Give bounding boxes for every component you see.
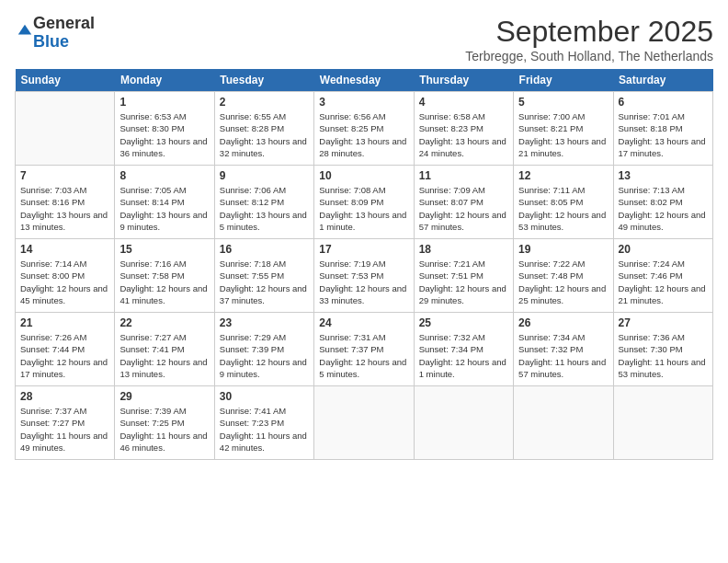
week-row-2: 7Sunrise: 7:03 AMSunset: 8:16 PMDaylight… [16,166,713,239]
calendar-cell [514,386,613,460]
calendar-cell: 16Sunrise: 7:18 AMSunset: 7:55 PMDayligh… [214,239,313,313]
week-row-1: 1Sunrise: 6:53 AMSunset: 8:30 PMDaylight… [16,92,713,166]
calendar-cell: 26Sunrise: 7:34 AMSunset: 7:32 PMDayligh… [514,313,613,386]
calendar-cell: 9Sunrise: 7:06 AMSunset: 8:12 PMDaylight… [214,166,313,239]
day-number: 1 [119,96,209,109]
day-number: 19 [518,243,608,256]
day-info: Sunrise: 7:00 AMSunset: 8:21 PMDaylight:… [518,110,608,159]
calendar-cell: 22Sunrise: 7:27 AMSunset: 7:41 PMDayligh… [115,313,214,386]
day-number: 26 [518,316,608,329]
calendar-cell [16,92,115,166]
calendar-header: SundayMondayTuesdayWednesdayThursdayFrid… [16,69,713,92]
day-number: 17 [319,243,408,256]
calendar-cell: 13Sunrise: 7:13 AMSunset: 8:02 PMDayligh… [613,166,712,239]
calendar-cell: 14Sunrise: 7:14 AMSunset: 8:00 PMDayligh… [16,239,115,313]
calendar-cell: 7Sunrise: 7:03 AMSunset: 8:16 PMDaylight… [16,166,115,239]
day-number: 21 [20,316,109,329]
day-info: Sunrise: 7:27 AMSunset: 7:41 PMDaylight:… [119,331,209,380]
day-number: 24 [319,316,408,329]
day-number: 7 [20,169,109,182]
day-info: Sunrise: 7:14 AMSunset: 8:00 PMDaylight:… [20,258,109,306]
weekday-header-row: SundayMondayTuesdayWednesdayThursdayFrid… [16,69,713,92]
day-info: Sunrise: 7:03 AMSunset: 8:16 PMDaylight:… [20,184,109,233]
day-number: 18 [419,243,508,256]
calendar-cell: 8Sunrise: 7:05 AMSunset: 8:14 PMDaylight… [115,166,214,239]
calendar-cell: 4Sunrise: 6:58 AMSunset: 8:23 PMDaylight… [414,92,513,166]
calendar-cell: 29Sunrise: 7:39 AMSunset: 7:25 PMDayligh… [115,386,214,460]
day-number: 25 [419,316,508,329]
logo-blue-text: Blue [33,32,69,51]
calendar-cell: 25Sunrise: 7:32 AMSunset: 7:34 PMDayligh… [414,313,513,386]
calendar-cell [414,386,513,460]
day-number: 4 [419,96,508,109]
calendar-body: 1Sunrise: 6:53 AMSunset: 8:30 PMDaylight… [16,92,713,460]
day-info: Sunrise: 7:24 AMSunset: 7:46 PMDaylight:… [619,258,708,306]
day-info: Sunrise: 7:31 AMSunset: 7:37 PMDaylight:… [319,331,408,380]
calendar-cell: 2Sunrise: 6:55 AMSunset: 8:28 PMDaylight… [214,92,313,166]
calendar-cell: 17Sunrise: 7:19 AMSunset: 7:53 PMDayligh… [314,239,414,313]
day-info: Sunrise: 7:26 AMSunset: 7:44 PMDaylight:… [20,331,109,380]
calendar-cell: 15Sunrise: 7:16 AMSunset: 7:58 PMDayligh… [115,239,214,313]
calendar-cell: 28Sunrise: 7:37 AMSunset: 7:27 PMDayligh… [16,386,115,460]
logo-icon [17,23,33,40]
title-block: September 2025 Terbregge, South Holland,… [465,15,713,63]
day-number: 11 [419,169,508,182]
day-info: Sunrise: 7:29 AMSunset: 7:39 PMDaylight:… [220,331,309,380]
calendar-cell: 11Sunrise: 7:09 AMSunset: 8:07 PMDayligh… [414,166,513,239]
day-info: Sunrise: 7:22 AMSunset: 7:48 PMDaylight:… [518,258,608,306]
svg-marker-0 [18,25,31,35]
location-text: Terbregge, South Holland, The Netherland… [465,49,713,63]
calendar-cell: 12Sunrise: 7:11 AMSunset: 8:05 PMDayligh… [514,166,613,239]
calendar-table: SundayMondayTuesdayWednesdayThursdayFrid… [15,69,713,460]
day-info: Sunrise: 7:08 AMSunset: 8:09 PMDaylight:… [319,184,408,233]
day-info: Sunrise: 7:19 AMSunset: 7:53 PMDaylight:… [319,258,408,306]
day-info: Sunrise: 7:37 AMSunset: 7:27 PMDaylight:… [20,405,109,454]
calendar-cell: 23Sunrise: 7:29 AMSunset: 7:39 PMDayligh… [214,313,313,386]
weekday-friday: Friday [514,69,613,92]
day-info: Sunrise: 7:21 AMSunset: 7:51 PMDaylight:… [419,258,508,306]
day-info: Sunrise: 6:58 AMSunset: 8:23 PMDaylight:… [419,110,508,159]
day-number: 22 [119,316,209,329]
logo: General Blue [15,15,95,52]
day-info: Sunrise: 7:11 AMSunset: 8:05 PMDaylight:… [518,184,608,233]
day-number: 6 [619,96,708,109]
calendar-cell: 5Sunrise: 7:00 AMSunset: 8:21 PMDaylight… [514,92,613,166]
day-info: Sunrise: 7:13 AMSunset: 8:02 PMDaylight:… [619,184,708,233]
day-info: Sunrise: 7:01 AMSunset: 8:18 PMDaylight:… [619,110,708,159]
weekday-sunday: Sunday [16,69,115,92]
day-info: Sunrise: 7:34 AMSunset: 7:32 PMDaylight:… [518,331,608,380]
logo-general-text: General [33,14,95,32]
calendar-cell: 1Sunrise: 6:53 AMSunset: 8:30 PMDaylight… [115,92,214,166]
day-number: 10 [319,169,408,182]
day-number: 13 [619,169,708,182]
day-info: Sunrise: 7:06 AMSunset: 8:12 PMDaylight:… [220,184,309,233]
calendar-cell: 6Sunrise: 7:01 AMSunset: 8:18 PMDaylight… [613,92,712,166]
day-number: 14 [20,243,109,256]
calendar-cell: 3Sunrise: 6:56 AMSunset: 8:25 PMDaylight… [314,92,414,166]
day-number: 12 [518,169,608,182]
month-title: September 2025 [465,15,713,49]
day-number: 29 [119,390,209,403]
calendar-cell: 19Sunrise: 7:22 AMSunset: 7:48 PMDayligh… [514,239,613,313]
day-info: Sunrise: 7:39 AMSunset: 7:25 PMDaylight:… [119,405,209,454]
day-number: 27 [619,316,708,329]
calendar-cell: 30Sunrise: 7:41 AMSunset: 7:23 PMDayligh… [214,386,313,460]
day-info: Sunrise: 7:18 AMSunset: 7:55 PMDaylight:… [220,258,309,306]
day-number: 5 [518,96,608,109]
calendar-cell: 20Sunrise: 7:24 AMSunset: 7:46 PMDayligh… [613,239,712,313]
week-row-4: 21Sunrise: 7:26 AMSunset: 7:44 PMDayligh… [16,313,713,386]
day-info: Sunrise: 7:36 AMSunset: 7:30 PMDaylight:… [619,331,708,380]
day-info: Sunrise: 6:55 AMSunset: 8:28 PMDaylight:… [220,110,309,159]
day-number: 23 [220,316,309,329]
calendar-cell [613,386,712,460]
day-number: 16 [220,243,309,256]
day-number: 28 [20,390,109,403]
day-info: Sunrise: 7:05 AMSunset: 8:14 PMDaylight:… [119,184,209,233]
calendar-cell: 10Sunrise: 7:08 AMSunset: 8:09 PMDayligh… [314,166,414,239]
day-info: Sunrise: 7:41 AMSunset: 7:23 PMDaylight:… [220,405,309,454]
calendar-cell: 18Sunrise: 7:21 AMSunset: 7:51 PMDayligh… [414,239,513,313]
weekday-saturday: Saturday [613,69,712,92]
page-header: General Blue September 2025 Terbregge, S… [15,15,713,63]
day-info: Sunrise: 6:53 AMSunset: 8:30 PMDaylight:… [119,110,209,159]
day-info: Sunrise: 7:09 AMSunset: 8:07 PMDaylight:… [419,184,508,233]
